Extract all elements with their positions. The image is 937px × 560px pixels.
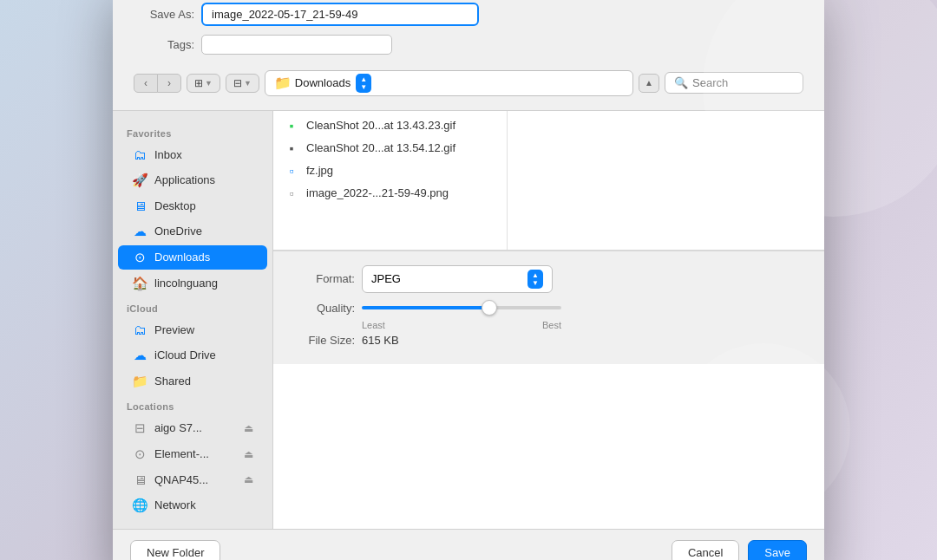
sidebar-item-lincolnguang-label: lincolnguang xyxy=(154,277,218,290)
expand-button[interactable]: ▲ xyxy=(639,74,659,93)
icloud-icon: ☁ xyxy=(132,348,147,363)
format-down-arrow: ▼ xyxy=(532,279,539,287)
filesize-value: 615 KB xyxy=(362,334,399,347)
sidebar-item-desktop[interactable]: 🖥 Desktop xyxy=(118,194,267,218)
cancel-button[interactable]: Cancel xyxy=(672,540,739,561)
dialog-body: Favorites 🗂 Inbox 🚀 Applications 🖥 Deskt… xyxy=(113,111,824,529)
sidebar-item-shared[interactable]: 📁 Shared xyxy=(118,369,267,394)
downloads-icon: ⊙ xyxy=(132,250,147,265)
sidebar-item-applications-label: Applications xyxy=(154,173,215,186)
bottom-panel: Format: JPEG ▲ ▼ Quality: Least Bes xyxy=(273,251,824,364)
file-name-3: image_2022-...21-59-49.png xyxy=(306,186,449,199)
dialog-footer: New Folder Cancel Save xyxy=(113,529,824,561)
format-label: Format: xyxy=(294,272,355,285)
save-as-input[interactable] xyxy=(201,3,479,26)
footer-right: Cancel Save xyxy=(672,540,807,561)
format-select[interactable]: JPEG ▲ ▼ xyxy=(362,265,553,293)
sidebar-item-element[interactable]: ⊙ Element-... ⏏ xyxy=(118,442,267,466)
slider-labels: Least Best xyxy=(362,320,561,330)
tags-input[interactable] xyxy=(201,35,392,55)
file-item-3[interactable]: ▫ image_2022-...21-59-49.png xyxy=(273,182,507,205)
save-as-row: Save As: xyxy=(134,3,803,26)
eject-icon-element[interactable]: ⏏ xyxy=(244,448,253,460)
sidebar-item-aigo-label: aigo S7... xyxy=(154,421,202,434)
sidebar-item-lincolnguang[interactable]: 🏠 lincolnguang xyxy=(118,271,267,296)
applications-icon: 🚀 xyxy=(132,173,147,188)
eject-icon-aigo[interactable]: ⏏ xyxy=(244,422,253,434)
file-name-1: CleanShot 20...at 13.54.12.gif xyxy=(306,141,455,154)
network-icon: 🌐 xyxy=(132,498,147,513)
quality-best-label: Best xyxy=(542,320,561,330)
sidebar-item-inbox-label: Inbox xyxy=(154,148,182,161)
save-as-label: Save As: xyxy=(134,8,194,21)
chevron-down-icon-2: ▼ xyxy=(244,79,252,88)
sidebar-item-aigo[interactable]: ⊟ aigo S7... ⏏ xyxy=(118,416,267,440)
location-label: Downloads xyxy=(295,76,351,89)
location-spinner[interactable]: ▲ ▼ xyxy=(356,74,371,93)
eject-icon-qnap[interactable]: ⏏ xyxy=(244,473,253,485)
nav-group: ‹ › xyxy=(134,74,181,93)
forward-button[interactable]: › xyxy=(157,74,181,93)
quality-slider[interactable] xyxy=(362,306,561,309)
aigo-icon: ⊟ xyxy=(132,420,147,436)
view-columns-button[interactable]: ⊞ ▼ xyxy=(187,74,220,93)
new-folder-button[interactable]: New Folder xyxy=(130,540,220,561)
sidebar-item-downloads-label: Downloads xyxy=(154,251,210,264)
format-arrows[interactable]: ▲ ▼ xyxy=(527,270,543,289)
file-list-pane: ▪ CleanShot 20...at 13.43.23.gif ▪ Clean… xyxy=(273,111,824,250)
save-button[interactable]: Save xyxy=(748,540,807,561)
sidebar-item-qnap-label: QNAP45... xyxy=(154,473,208,486)
gif-icon-0: ▪ xyxy=(284,118,299,133)
sidebar-item-icloud-drive[interactable]: ☁ iCloud Drive xyxy=(118,343,267,368)
onedrive-icon: ☁ xyxy=(132,224,147,239)
search-box[interactable]: 🔍 xyxy=(665,72,803,94)
file-area: ▪ CleanShot 20...at 13.43.23.gif ▪ Clean… xyxy=(273,111,824,529)
filesize-label: File Size: xyxy=(294,334,355,347)
sidebar-item-inbox[interactable]: 🗂 Inbox xyxy=(118,143,267,166)
sidebar-item-desktop-label: Desktop xyxy=(154,199,196,212)
folder-icon: 📁 xyxy=(274,75,292,91)
sidebar-item-preview-label: Preview xyxy=(154,323,194,336)
quality-least-label: Least xyxy=(362,320,385,330)
file-name-2: fz.jpg xyxy=(306,164,333,177)
search-icon: 🔍 xyxy=(674,76,688,89)
format-up-arrow: ▲ xyxy=(532,271,539,279)
sidebar-item-icloud-label: iCloud Drive xyxy=(154,348,216,361)
sidebar-item-onedrive[interactable]: ☁ OneDrive xyxy=(118,219,267,244)
back-button[interactable]: ‹ xyxy=(134,74,158,93)
quality-row: Quality: xyxy=(294,302,803,315)
view-grid-button[interactable]: ⊟ ▼ xyxy=(226,74,259,93)
quality-label: Quality: xyxy=(294,302,355,315)
home-icon: 🏠 xyxy=(132,276,147,291)
icloud-section-label: iCloud xyxy=(113,296,272,317)
sidebar-item-applications[interactable]: 🚀 Applications xyxy=(118,168,267,192)
tags-row: Tags: xyxy=(134,35,803,55)
sidebar-item-element-label: Element-... xyxy=(154,447,209,460)
up-arrow: ▲ xyxy=(360,75,367,83)
locations-section-label: Locations xyxy=(113,394,272,415)
file-column: ▪ CleanShot 20...at 13.43.23.gif ▪ Clean… xyxy=(273,111,508,250)
file-item-1[interactable]: ▪ CleanShot 20...at 13.54.12.gif xyxy=(273,137,507,160)
filesize-row: File Size: 615 KB xyxy=(294,334,803,347)
gif-icon-1: ▪ xyxy=(284,140,299,156)
sidebar-item-onedrive-label: OneDrive xyxy=(154,225,202,238)
file-item-0[interactable]: ▪ CleanShot 20...at 13.43.23.gif xyxy=(273,114,507,137)
sidebar-item-network[interactable]: 🌐 Network xyxy=(118,493,267,518)
sidebar-item-network-label: Network xyxy=(154,498,196,511)
file-item-2[interactable]: ▫ fz.jpg xyxy=(273,160,507,182)
format-value: JPEG xyxy=(371,272,401,285)
location-bar[interactable]: 📁 Downloads ▲ ▼ xyxy=(265,70,633,96)
chevron-down-icon: ▼ xyxy=(205,79,213,88)
sidebar: Favorites 🗂 Inbox 🚀 Applications 🖥 Deskt… xyxy=(113,111,273,529)
expand-icon: ▲ xyxy=(645,78,653,88)
grid-icon: ⊟ xyxy=(233,77,242,89)
sidebar-item-preview[interactable]: 🗂 Preview xyxy=(118,318,267,342)
sidebar-item-shared-label: Shared xyxy=(154,374,191,387)
sidebar-item-qnap[interactable]: 🖥 QNAP45... ⏏ xyxy=(118,468,267,492)
shared-icon: 📁 xyxy=(132,374,147,389)
img-icon-2: ▫ xyxy=(284,163,299,179)
favorites-section-label: Favorites xyxy=(113,121,272,142)
sidebar-item-downloads[interactable]: ⊙ Downloads xyxy=(118,245,267,270)
search-input[interactable] xyxy=(692,76,794,89)
element-icon: ⊙ xyxy=(132,446,147,462)
